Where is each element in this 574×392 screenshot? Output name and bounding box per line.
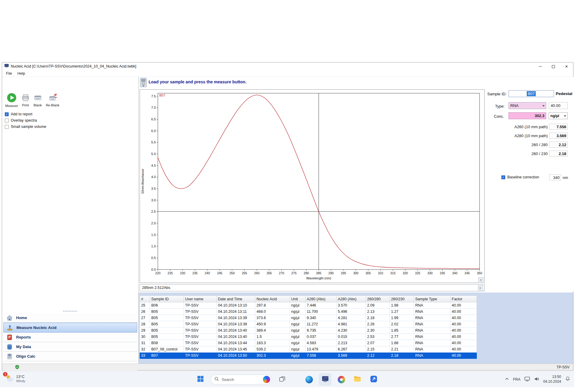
table-row[interactable]: 29B05TP-SSV04.10.2024 13:40389.4ng/µl9.7…	[140, 327, 477, 334]
language-indicator[interactable]: FRA	[513, 377, 520, 382]
add-to-report-checkbox[interactable]: Add to report	[5, 112, 32, 117]
column-header[interactable]: 260/230	[390, 296, 414, 302]
table-cell: 1.85	[390, 327, 414, 334]
sidebar-item-home[interactable]: Home	[3, 313, 137, 323]
svg-text:6.5: 6.5	[151, 117, 156, 121]
baseline-wavelength-field[interactable]: 340	[549, 174, 561, 180]
table-cell: 25	[140, 302, 150, 309]
clock-time: 13:50	[543, 375, 561, 379]
type-select[interactable]: RNA	[509, 102, 546, 109]
taskbar-app-remote[interactable]	[368, 373, 380, 385]
table-cell: TP-SSV	[184, 327, 217, 334]
notification-bell-icon[interactable]	[565, 376, 570, 383]
table-cell: ng/µl	[290, 321, 306, 327]
volume-icon[interactable]	[534, 376, 539, 383]
column-header[interactable]: Sample ID	[150, 296, 184, 302]
menu-file[interactable]: File	[3, 71, 15, 76]
task-view-button[interactable]	[276, 373, 288, 385]
factor-field[interactable]: 40.00	[549, 102, 568, 109]
maximize-button[interactable]	[547, 62, 560, 71]
table-cell: 28	[140, 321, 150, 327]
column-header[interactable]: Factor	[451, 296, 477, 302]
sample-id-input[interactable]: B07	[509, 90, 554, 97]
expand-readout-button[interactable]: »	[478, 285, 483, 290]
svg-text:265: 265	[267, 271, 272, 275]
concentration-field[interactable]: 302.3	[509, 112, 546, 119]
notification-badge: 1	[3, 372, 7, 376]
table-row[interactable]: 32B07_08_controlTP-SSV04.10.2024 13:4553…	[140, 346, 477, 353]
table-cell: 2.07	[366, 340, 390, 346]
column-header[interactable]: Date and Time	[217, 296, 255, 302]
title-bar[interactable]: Nucleic Acid [C:\Users\TP-SSV\Documents\…	[2, 62, 573, 70]
windows-logo-icon	[197, 376, 204, 383]
taskbar-app-nanodrop[interactable]	[319, 373, 331, 385]
table-cell: 3.569	[337, 353, 366, 359]
table-row[interactable]: 33B07TP-SSV04.10.2024 13:50302.3ng/µl7.5…	[140, 353, 477, 359]
clock[interactable]: 13:50 04.10.2024	[543, 375, 561, 384]
table-row[interactable]: 28B05TP-SSV04.10.2024 13:39450.9ng/µl11.…	[140, 321, 477, 327]
app-window: Nucleic Acid [C:\Users\TP-SSV\Documents\…	[2, 62, 573, 370]
sidebar-item-oligo-calc[interactable]: Oligo Calc	[3, 352, 137, 361]
minimize-button[interactable]	[534, 62, 547, 71]
reblank-button[interactable]: Re-Blank	[45, 93, 61, 107]
column-header[interactable]: Nucleic Acid	[255, 296, 290, 302]
column-header[interactable]: Sample Type	[414, 296, 451, 302]
overlay-spectra-checkbox[interactable]: Overlay spectra	[5, 118, 37, 123]
sidebar-item-reports[interactable]: Reports	[3, 333, 137, 342]
table-cell: 302.3	[255, 353, 290, 359]
table-cell: 373.6	[255, 315, 290, 321]
column-header[interactable]: A280 (Abs)	[337, 296, 366, 302]
sidebar-item-measure-nucleic-acid[interactable]: Measure Nucleic Acid	[3, 323, 137, 333]
svg-text:305: 305	[366, 271, 371, 275]
status-message: Load your sample and press the measure b…	[149, 79, 247, 84]
table-row[interactable]: 26B05TP-SSV04.10.2024 13:11468.0ng/µl11.…	[140, 309, 477, 315]
print-button[interactable]: Print	[20, 93, 31, 107]
baseline-correction-checkbox[interactable]: Baseline correction	[501, 175, 539, 179]
table-row[interactable]: 31B08TP-SSV04.10.2024 13:44183.3ng/µl4.5…	[140, 340, 477, 346]
column-header[interactable]: Unit	[290, 296, 306, 302]
svg-text:5.5: 5.5	[151, 140, 156, 144]
svg-text:4.0: 4.0	[151, 175, 156, 179]
column-header[interactable]: 260/280	[366, 296, 390, 302]
table-row[interactable]: 30B05TP-SSV04.10.2024 13:401.5ng/µl0.037…	[140, 334, 477, 340]
weather-widget[interactable]: 1 13°C Windy	[5, 374, 25, 384]
column-header[interactable]: #	[140, 296, 150, 302]
measure-button[interactable]: Measure	[4, 93, 19, 108]
table-cell: 2.02	[390, 321, 414, 327]
sidebar-item-label: Measure Nucleic Acid	[16, 325, 57, 330]
table-cell: 27	[140, 315, 150, 321]
tray-chevron-up-icon[interactable]	[505, 377, 509, 382]
menu-help[interactable]: Help	[15, 71, 28, 76]
taskbar: 1 13°C Windy Search	[0, 371, 574, 387]
taskbar-app-palette[interactable]	[335, 373, 347, 385]
start-button[interactable]	[195, 373, 207, 385]
ratio-260-280-label: 260 / 280	[488, 143, 548, 147]
collapse-chart-button[interactable]: «	[478, 277, 483, 282]
svg-text:345: 345	[465, 271, 470, 275]
table-cell: 1.98	[390, 302, 414, 309]
table-cell: 2.15	[366, 346, 390, 353]
close-button[interactable]: ×	[560, 62, 573, 71]
table-cell: 40.00	[451, 321, 477, 327]
table-row[interactable]: 25B06TP-SSV04.10.2024 13:10297.8ng/µl7.4…	[140, 302, 477, 309]
taskbar-app-edge[interactable]	[303, 373, 315, 385]
column-header[interactable]: User name	[184, 296, 217, 302]
svg-text:270: 270	[279, 271, 284, 275]
table-cell: 13.479	[306, 346, 337, 353]
reblank-label: Re-Blank	[46, 103, 59, 107]
cast-icon[interactable]	[524, 376, 530, 383]
search-input[interactable]: Search	[211, 375, 272, 385]
svg-text:275: 275	[291, 271, 297, 275]
unit-select[interactable]: ng/µl	[549, 112, 568, 119]
a280-value: 3.569	[549, 133, 568, 139]
blank-button[interactable]: Blank	[32, 93, 43, 107]
table-cell: ng/µl	[290, 353, 306, 359]
unit-value: ng/µl	[550, 114, 559, 118]
table-row[interactable]: 27B05TP-SSV04.10.2024 13:39373.6ng/µl9.3…	[140, 315, 477, 321]
sidebar-item-my-data[interactable]: My Data	[3, 342, 137, 352]
panel-splitter[interactable]	[2, 310, 138, 313]
menu-bar: File Help	[2, 70, 573, 77]
taskbar-app-explorer[interactable]	[352, 373, 364, 385]
column-header[interactable]: A260 (Abs)	[306, 296, 337, 302]
small-sample-volume-checkbox[interactable]: Small sample volume	[5, 124, 46, 129]
